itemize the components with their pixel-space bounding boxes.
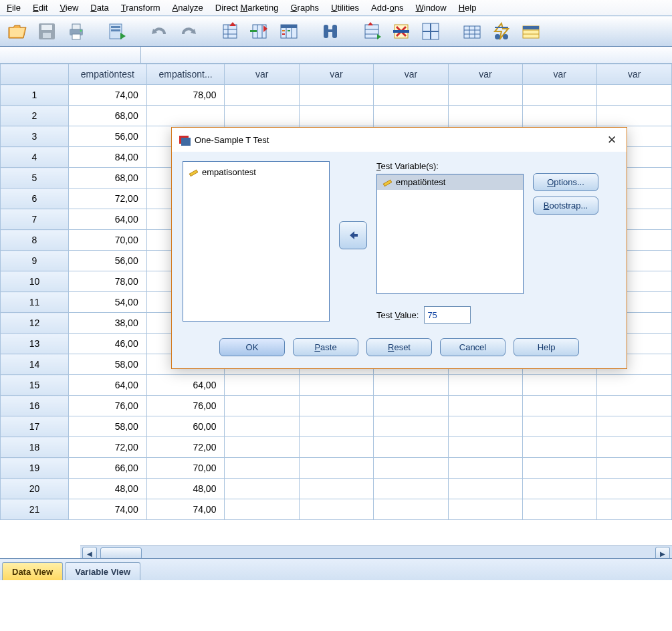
cell[interactable] <box>299 106 373 126</box>
cell[interactable] <box>225 499 299 520</box>
list-item[interactable]: empatisontest <box>189 166 324 178</box>
menu-window[interactable]: Window <box>415 3 446 13</box>
cell[interactable] <box>225 396 299 416</box>
cell[interactable]: 60,00 <box>146 416 225 437</box>
menu-transform[interactable]: Transform <box>121 3 160 13</box>
cell[interactable] <box>523 106 597 126</box>
options-button[interactable]: Options... <box>533 173 598 191</box>
cell[interactable] <box>299 479 373 499</box>
cell[interactable] <box>523 416 597 437</box>
cell[interactable] <box>597 85 672 106</box>
cell[interactable] <box>374 396 448 416</box>
cell[interactable] <box>448 106 522 126</box>
cell[interactable]: 72,00 <box>68 188 146 209</box>
tab-variable-view[interactable]: Variable View <box>65 562 140 580</box>
row-header[interactable]: 7 <box>1 209 69 230</box>
cell[interactable] <box>225 375 299 396</box>
menu-addons[interactable]: Add-ons <box>371 3 403 13</box>
cell[interactable] <box>448 85 522 106</box>
row-header[interactable]: 8 <box>1 230 69 251</box>
cell[interactable]: 72,00 <box>146 437 225 458</box>
horizontal-scrollbar[interactable]: ◀ ▶ <box>80 545 672 558</box>
source-variable-list[interactable]: empatisontest <box>183 161 330 322</box>
cell[interactable] <box>299 416 373 437</box>
weight-cases-icon[interactable] <box>460 19 484 43</box>
scroll-thumb[interactable] <box>100 547 142 558</box>
cell[interactable] <box>597 458 672 479</box>
column-header[interactable]: var <box>225 64 299 85</box>
value-labels-icon[interactable] <box>519 19 543 43</box>
reset-button[interactable]: Reset <box>366 338 432 356</box>
undo-icon[interactable] <box>147 19 171 43</box>
cell[interactable]: 74,00 <box>146 499 225 520</box>
select-cases-icon[interactable] <box>489 19 514 43</box>
goto-variable-icon[interactable] <box>247 19 271 43</box>
cell[interactable] <box>299 85 373 106</box>
cell[interactable] <box>299 458 373 479</box>
row-header[interactable]: 21 <box>1 499 69 520</box>
bootstrap-button[interactable]: Bootstrap... <box>533 197 598 215</box>
cell[interactable]: 66,00 <box>68 458 146 479</box>
cell[interactable] <box>597 479 672 499</box>
cell[interactable]: 72,00 <box>68 437 146 458</box>
scroll-right-icon[interactable]: ▶ <box>655 547 670 558</box>
cell[interactable] <box>225 106 299 126</box>
cell[interactable] <box>597 106 672 126</box>
goto-case-icon[interactable] <box>218 19 242 43</box>
dialog-titlebar[interactable]: One-Sample T Test ✕ <box>172 128 627 152</box>
find-icon[interactable] <box>318 19 342 43</box>
menu-edit[interactable]: Edit <box>33 3 47 13</box>
cell[interactable] <box>146 106 225 126</box>
cell[interactable]: 56,00 <box>68 251 146 271</box>
column-header[interactable]: var <box>523 64 597 85</box>
cell[interactable] <box>225 437 299 458</box>
open-icon[interactable] <box>5 19 29 43</box>
cell[interactable] <box>597 437 672 458</box>
cell[interactable] <box>374 375 448 396</box>
cell[interactable] <box>225 458 299 479</box>
cell[interactable]: 78,00 <box>146 85 225 106</box>
cell[interactable]: 68,00 <box>68 106 146 126</box>
cell[interactable] <box>374 479 448 499</box>
row-header[interactable]: 11 <box>1 292 69 313</box>
cell[interactable] <box>374 437 448 458</box>
cell[interactable]: 78,00 <box>68 271 146 292</box>
cell[interactable] <box>299 396 373 416</box>
cell[interactable] <box>299 499 373 520</box>
cell[interactable]: 76,00 <box>68 396 146 416</box>
column-header[interactable]: var <box>448 64 522 85</box>
save-icon[interactable] <box>35 19 59 43</box>
cell[interactable] <box>374 499 448 520</box>
column-header[interactable]: empatisont... <box>146 64 225 85</box>
cell[interactable] <box>523 85 597 106</box>
row-header[interactable]: 6 <box>1 188 69 209</box>
cell[interactable] <box>597 416 672 437</box>
cell[interactable] <box>225 416 299 437</box>
cell[interactable] <box>448 375 522 396</box>
cell[interactable]: 64,00 <box>68 209 146 230</box>
cell[interactable] <box>597 396 672 416</box>
cell[interactable] <box>448 479 522 499</box>
column-header[interactable]: var <box>299 64 373 85</box>
split-file-icon[interactable] <box>419 19 443 43</box>
cell[interactable] <box>523 458 597 479</box>
column-header[interactable]: var <box>374 64 448 85</box>
help-button[interactable]: Help <box>514 338 579 356</box>
cell[interactable]: 70,00 <box>68 230 146 251</box>
row-header[interactable]: 14 <box>1 354 69 375</box>
row-header[interactable]: 19 <box>1 458 69 479</box>
cell[interactable] <box>225 479 299 499</box>
menu-data[interactable]: Data <box>90 3 108 13</box>
test-value-input[interactable] <box>424 306 471 324</box>
print-icon[interactable] <box>64 19 88 43</box>
variables-icon[interactable] <box>277 19 301 43</box>
row-header[interactable]: 10 <box>1 271 69 292</box>
menu-analyze[interactable]: Analyze <box>173 3 203 13</box>
cell[interactable] <box>448 437 522 458</box>
cell[interactable]: 84,00 <box>68 147 146 168</box>
recall-dialog-icon[interactable] <box>106 19 130 43</box>
cell[interactable] <box>523 499 597 520</box>
cell[interactable] <box>448 416 522 437</box>
cell[interactable] <box>299 375 373 396</box>
cell[interactable]: 48,00 <box>68 479 146 499</box>
